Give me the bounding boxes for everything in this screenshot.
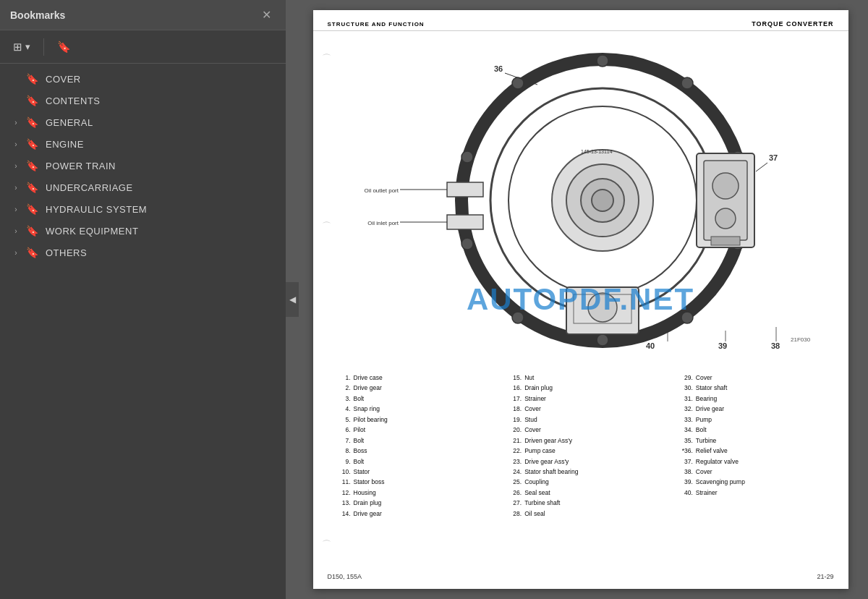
svg-point-5 (681, 312, 693, 323)
page-header: STRUCTURE AND FUNCTION TORQUE CONVERTER (313, 10, 848, 31)
list-item: 2.Drive gear (335, 383, 485, 393)
list-item: 37.Regulator valve (677, 456, 827, 467)
sidebar-item-label: WORK EQUIPMENT (46, 226, 138, 237)
bookmark-icon-general: 🔖 (26, 116, 38, 128)
list-item: 15.Nut (506, 373, 655, 383)
list-item: 10.Stator (335, 467, 485, 477)
main-content: ◀ ⌒ ⌒ ⌒ STRUCTURE AND FUNCTION TORQUE CO… (286, 0, 868, 599)
list-item: 31.Bearing (677, 394, 827, 404)
torque-converter-diagram: Oil outlet port Oil inlet port 36 145-13… (335, 41, 827, 360)
list-item: 38.Cover (677, 467, 827, 477)
list-item: 29.Cover (677, 373, 827, 383)
list-item: 14.Drive gear (335, 509, 485, 519)
svg-text:38: 38 (771, 341, 780, 350)
svg-text:39: 39 (718, 341, 727, 350)
svg-rect-21 (711, 237, 740, 245)
list-item: 5.Pilot bearing (335, 415, 485, 425)
sidebar-item-general[interactable]: › 🔖 GENERAL (0, 111, 286, 133)
bookmark-add-button[interactable]: 🔖 (53, 38, 75, 56)
list-item: 34.Bolt (677, 425, 827, 435)
list-item: 32.Drive gear (677, 404, 827, 414)
diagram-section: Oil outlet port Oil inlet port 36 145-13… (313, 34, 848, 367)
sidebar-item-hydraulic-system[interactable]: › 🔖 HYDRAULIC SYSTEM (0, 198, 286, 220)
sidebar-item-label: HYDRAULIC SYSTEM (46, 204, 147, 215)
svg-line-35 (756, 163, 767, 171)
svg-text:Oil outlet port: Oil outlet port (364, 187, 399, 194)
expand-arrow-engine: › (10, 140, 22, 148)
svg-point-1 (597, 55, 608, 67)
list-icon: ⊞ (13, 41, 22, 54)
bookmark-icon-work-equipment: 🔖 (26, 225, 38, 237)
list-item: 24.Stator shaft bearing (506, 467, 655, 477)
bookmark-list: 🔖 COVER 🔖 CONTENTS › 🔖 GENERAL › 🔖 ENGIN… (0, 64, 286, 599)
sidebar-item-engine[interactable]: › 🔖 ENGINE (0, 133, 286, 155)
parts-column-2: 15.Nut16.Drain plug17.Strainer18.Cover19… (506, 373, 655, 519)
list-item: 33.Pump (677, 415, 827, 425)
svg-point-9 (461, 151, 473, 163)
list-item: *36.Relief valve (677, 446, 827, 456)
sidebar-item-label: OTHERS (46, 247, 87, 258)
bookmark-icon-contents: 🔖 (26, 95, 38, 106)
sidebar-collapse-button[interactable]: ◀ (286, 282, 299, 317)
list-item: 18.Cover (506, 404, 655, 414)
sidebar-item-label: GENERAL (46, 117, 93, 128)
dropdown-arrow: ▾ (25, 41, 30, 52)
expand-arrow-power-train: › (10, 162, 22, 170)
bookmark-icon-others: 🔖 (26, 247, 38, 258)
svg-point-23 (588, 293, 617, 322)
bookmark-icon: 🔖 (57, 41, 71, 54)
sidebar-toolbar: ⊞ ▾ 🔖 (0, 30, 286, 64)
list-item: 6.Pilot (335, 425, 485, 435)
header-left: STRUCTURE AND FUNCTION (328, 21, 425, 27)
sidebar-item-cover[interactable]: 🔖 COVER (0, 68, 286, 90)
sidebar-item-undercarriage[interactable]: › 🔖 UNDERCARRIAGE (0, 177, 286, 198)
list-item: 27.Turbine shaft (506, 498, 655, 508)
bookmark-icon-undercarriage: 🔖 (26, 182, 38, 193)
parts-column-3: 29.Cover30.Stator shaft31.Bearing32.Driv… (677, 373, 827, 519)
page-view: ⌒ ⌒ ⌒ STRUCTURE AND FUNCTION TORQUE CONV… (286, 0, 868, 599)
list-item: 30.Stator shaft (677, 383, 827, 393)
footer-model: D150, 155A (328, 573, 362, 580)
list-item: 35.Turbine (677, 436, 827, 446)
toolbar-divider (43, 38, 44, 56)
svg-text:40: 40 (646, 341, 655, 350)
list-item: 1.Drive case (335, 373, 485, 383)
svg-point-7 (512, 312, 524, 323)
list-item: 17.Strainer (506, 394, 655, 404)
view-options-button[interactable]: ⊞ ▾ (9, 38, 35, 56)
list-item: 39.Scavenging pump (677, 477, 827, 487)
svg-point-2 (681, 77, 693, 89)
list-item: 28.Oil seal (506, 509, 655, 519)
page-footer: D150, 155A 21-29 (313, 573, 848, 580)
expand-arrow-general: › (10, 119, 22, 127)
svg-text:36: 36 (494, 64, 503, 73)
svg-point-8 (461, 238, 473, 250)
sidebar-item-work-equipment[interactable]: › 🔖 WORK EQUIPMENT (0, 220, 286, 242)
svg-text:145-13-13114: 145-13-13114 (581, 149, 613, 154)
svg-point-6 (597, 334, 608, 346)
svg-text:Oil inlet port: Oil inlet port (367, 220, 399, 226)
sidebar-item-contents[interactable]: 🔖 CONTENTS (0, 90, 286, 111)
page-document: ⌒ ⌒ ⌒ STRUCTURE AND FUNCTION TORQUE CONV… (313, 10, 848, 589)
list-item: 20.Cover (506, 425, 655, 435)
list-item: 19.Stud (506, 415, 655, 425)
bookmark-icon-hydraulic: 🔖 (26, 203, 38, 215)
sidebar-item-label: ENGINE (46, 139, 84, 150)
svg-text:21F030: 21F030 (791, 336, 811, 343)
svg-point-19 (712, 173, 739, 199)
close-button[interactable]: ✕ (258, 7, 276, 23)
sidebar-item-label: UNDERCARRIAGE (46, 182, 133, 193)
expand-arrow-hydraulic: › (10, 205, 22, 213)
svg-text:37: 37 (769, 153, 778, 162)
sidebar-item-power-train[interactable]: › 🔖 POWER TRAIN (0, 155, 286, 177)
list-item: 4.Snap ring (335, 404, 485, 414)
sidebar: Bookmarks ✕ ⊞ ▾ 🔖 🔖 COVER 🔖 CONTENTS › 🔖… (0, 0, 286, 599)
footer-page: 21-29 (817, 573, 833, 580)
sidebar-item-label: CONTENTS (46, 95, 101, 106)
parts-column-1: 1.Drive case2.Drive gear3.Bolt4.Snap rin… (335, 373, 485, 519)
list-item: 7.Bolt (335, 436, 485, 446)
svg-point-16 (592, 190, 613, 211)
bookmark-icon-power-train: 🔖 (26, 160, 38, 171)
sidebar-item-others[interactable]: › 🔖 OTHERS (0, 242, 286, 263)
page-fold-bot: ⌒ (322, 538, 331, 551)
